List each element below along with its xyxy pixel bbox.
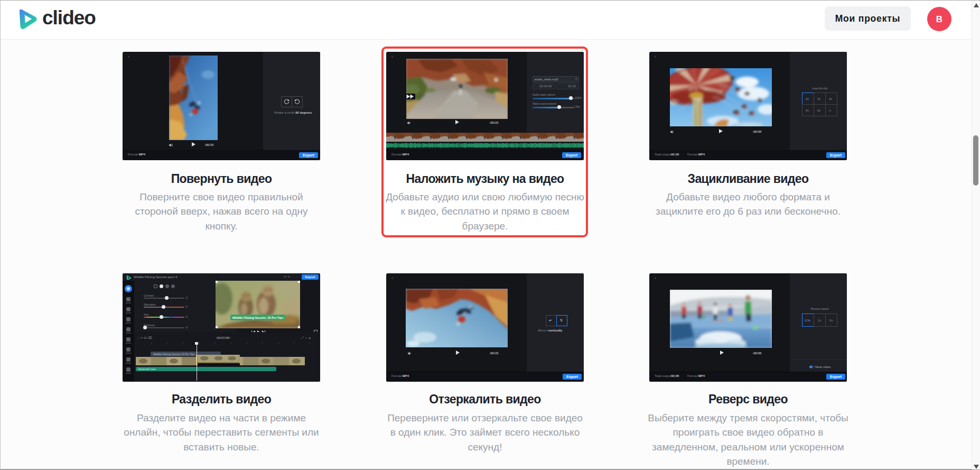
svg-text:Wildlife Filming Secrets: 10 P: Wildlife Filming Secrets: 10 Pro Tips: [232, 316, 284, 319]
